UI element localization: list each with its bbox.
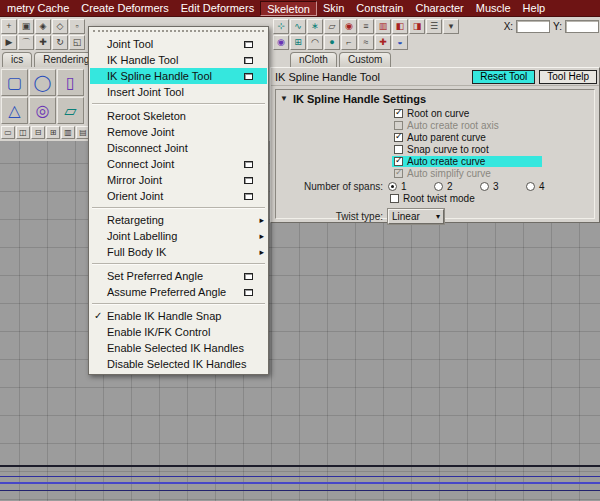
lasso-tool-icon[interactable]: ⌒	[18, 35, 34, 50]
menu-separator[interactable]: ✓ ▸	[92, 263, 265, 265]
ipr-render-icon[interactable]: ◨	[409, 19, 425, 34]
menu-item-assume-preferred-angle[interactable]: ✓ Assume Preferred Angle ▸	[90, 284, 267, 300]
select-object-icon[interactable]: ◇	[52, 19, 68, 34]
input-line-options-icon[interactable]: ▾	[443, 19, 459, 34]
option-box-icon[interactable]	[244, 289, 253, 296]
ik-handle-tool-icon[interactable]: ⌐	[341, 35, 357, 50]
menubar-constrain[interactable]: Constrain	[350, 1, 409, 16]
joint-tool-icon[interactable]: ●	[324, 35, 340, 50]
menu-tearoff-handle[interactable]	[93, 30, 264, 34]
checkbox[interactable]: ✓	[394, 169, 403, 178]
menu-item-disconnect-joint[interactable]: ✓ Disconnect Joint ▸	[90, 140, 267, 156]
polygon-cube-icon[interactable]: ▢	[1, 69, 28, 96]
radio-button[interactable]	[526, 182, 535, 191]
spans-2-radio[interactable]: 2	[434, 181, 480, 192]
move-tool-icon[interactable]: ✚	[35, 35, 51, 50]
menubar-muscle[interactable]: Muscle	[470, 1, 517, 16]
menu-item-enable-ik-handle-snap[interactable]: ✓ Enable IK Handle Snap ▸	[90, 308, 267, 324]
snap-curve-to-root-checkbox[interactable]: ✓ Snap curve to root	[392, 144, 542, 155]
menu-item-reroot-skeleton[interactable]: ✓ Reroot Skeleton ▸	[90, 108, 267, 124]
spans-4-radio[interactable]: 4	[526, 181, 572, 192]
snap-to-grid-icon[interactable]: ⊹	[273, 19, 289, 34]
select-hierarchy-icon[interactable]: ◈	[35, 19, 51, 34]
reset-tool-button[interactable]: Reset Tool	[472, 70, 535, 84]
radio-button[interactable]	[434, 182, 443, 191]
option-box-icon[interactable]	[244, 73, 253, 80]
sculpt-deformer-icon[interactable]: ◠	[307, 35, 323, 50]
tool-help-button[interactable]: Tool Help	[539, 70, 597, 84]
render-settings-icon[interactable]: ☰	[426, 19, 442, 34]
menubar-help[interactable]: Help	[517, 1, 552, 16]
menu-item-mirror-joint[interactable]: ✓ Mirror Joint ▸	[90, 172, 267, 188]
y-input[interactable]	[565, 20, 599, 33]
checkbox[interactable]: ✓	[394, 133, 403, 142]
checkbox[interactable]: ✓	[394, 109, 403, 118]
menubar-character[interactable]: Character	[409, 1, 469, 16]
blend-shape-icon[interactable]: ◒	[392, 35, 408, 50]
menu-item-ik-spline-handle-tool[interactable]: ✓ IK Spline Handle Tool ▸	[90, 68, 267, 84]
auto-create-curve-checkbox[interactable]: ✓ Auto create curve	[392, 156, 542, 167]
radio-button[interactable]	[388, 182, 397, 191]
menu-item-enable-selected-ik-handles[interactable]: ✓ Enable Selected IK Handles ▸	[90, 340, 267, 356]
option-box-icon[interactable]	[244, 161, 253, 168]
show-manipulator-icon[interactable]: +	[1, 19, 17, 34]
menu-separator[interactable]: ✓ ▸	[92, 303, 265, 305]
snap-to-curve-icon[interactable]: ∿	[290, 19, 306, 34]
auto-create-root-axis-checkbox[interactable]: ✓ Auto create root axis	[392, 120, 542, 131]
option-box-icon[interactable]	[244, 177, 253, 184]
root-twist-mode-checkbox[interactable]: ✓ Root twist mode	[388, 193, 477, 204]
construction-history-icon[interactable]: ≡	[358, 19, 374, 34]
menubar-edit-deformers[interactable]: Edit Deformers	[175, 1, 260, 16]
menu-item-insert-joint-tool[interactable]: ✓ Insert Joint Tool ▸	[90, 84, 267, 100]
lattice-deformer-icon[interactable]: ⊞	[290, 35, 306, 50]
two-pane-side-layout-icon[interactable]: ◫	[16, 126, 30, 139]
option-box-icon[interactable]	[244, 57, 253, 64]
menu-item-set-preferred-angle[interactable]: ✓ Set Preferred Angle ▸	[90, 268, 267, 284]
shelf-tab[interactable]: nCloth	[290, 52, 337, 67]
menu-item-full-body-ik[interactable]: ✓ Full Body IK ▸	[90, 244, 267, 260]
menu-item-disable-selected-ik-handles[interactable]: ✓ Disable Selected IK Handles ▸	[90, 356, 267, 372]
polygon-cone-icon[interactable]: △	[1, 97, 28, 124]
polygon-plane-icon[interactable]: ▱	[57, 97, 84, 124]
outliner-pane-layout-icon[interactable]: ▥	[61, 126, 75, 139]
option-box-icon[interactable]	[244, 41, 253, 48]
menubar-geometry-cache[interactable]: metry Cache	[1, 1, 75, 16]
spans-3-radio[interactable]: 3	[480, 181, 526, 192]
checkbox[interactable]: ✓	[390, 194, 399, 203]
open-render-view-icon[interactable]: ▥	[375, 19, 391, 34]
spans-1-radio[interactable]: 1	[388, 181, 434, 192]
checkbox[interactable]: ✓	[394, 157, 403, 166]
menu-item-joint-labelling[interactable]: ✓ Joint Labelling ▸	[90, 228, 267, 244]
select-tool-icon[interactable]: ▶	[1, 35, 17, 50]
rotate-tool-icon[interactable]: ↻	[52, 35, 68, 50]
paint-weights-icon[interactable]: ✚	[375, 35, 391, 50]
selection-mask-icon[interactable]: ▣	[18, 19, 34, 34]
render-current-frame-icon[interactable]: ◧	[392, 19, 408, 34]
snap-to-point-icon[interactable]: ∗	[307, 19, 323, 34]
checkbox[interactable]: ✓	[394, 121, 403, 130]
four-pane-layout-icon[interactable]: ⊞	[46, 126, 60, 139]
settings-section-header[interactable]: ▼ IK Spline Handle Settings	[276, 91, 594, 106]
make-live-icon[interactable]: ◉	[341, 19, 357, 34]
auto-simplify-curve-checkbox[interactable]: ✓ Auto simplify curve	[392, 168, 542, 179]
menubar-skeleton[interactable]: Skeleton	[260, 1, 317, 16]
root-on-curve-checkbox[interactable]: ✓ Root on curve	[392, 108, 542, 119]
radio-button[interactable]	[480, 182, 489, 191]
menu-separator[interactable]: ✓ ▸	[92, 103, 265, 105]
shelf-tab[interactable]: Custom	[339, 52, 391, 67]
scale-tool-icon[interactable]: ◱	[69, 35, 85, 50]
menu-item-orient-joint[interactable]: ✓ Orient Joint ▸	[90, 188, 267, 204]
menu-item-joint-tool[interactable]: ✓ Joint Tool ▸	[90, 36, 267, 52]
menubar-create-deformers[interactable]: Create Deformers	[75, 1, 174, 16]
option-box-icon[interactable]	[244, 273, 253, 280]
menu-item-retargeting[interactable]: ✓ Retargeting ▸	[90, 212, 267, 228]
shelf-tab[interactable]: ics	[2, 52, 32, 67]
single-pane-layout-icon[interactable]: ▭	[1, 126, 15, 139]
menu-item-remove-joint[interactable]: ✓ Remove Joint ▸	[90, 124, 267, 140]
two-pane-stacked-layout-icon[interactable]: ⊟	[31, 126, 45, 139]
menu-item-ik-handle-tool[interactable]: ✓ IK Handle Tool ▸	[90, 52, 267, 68]
menu-item-connect-joint[interactable]: ✓ Connect Joint ▸	[90, 156, 267, 172]
option-box-icon[interactable]	[244, 193, 253, 200]
polygon-torus-icon[interactable]: ◎	[29, 97, 56, 124]
cluster-deformer-icon[interactable]: ◉	[273, 35, 289, 50]
